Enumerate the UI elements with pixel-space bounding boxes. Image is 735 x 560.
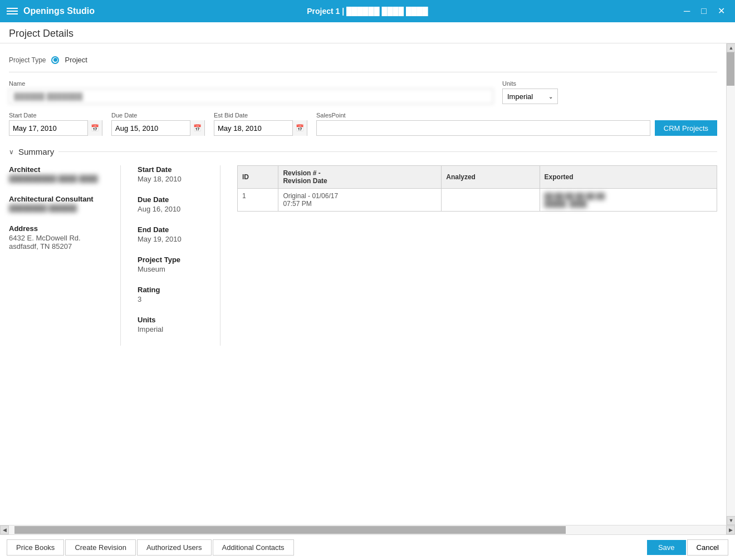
due-date-calendar-icon[interactable]: 📅 (190, 120, 204, 136)
vertical-scrollbar[interactable]: ▲ ▼ (726, 43, 735, 525)
sum-start-date-value: May 18, 2010 (138, 175, 203, 183)
units-select[interactable]: Imperial ⌄ (502, 89, 558, 104)
sum-rating-label: Rating (138, 286, 203, 294)
due-date-input[interactable] (112, 121, 190, 135)
summary-left-col: Architect ██████████ ████ ████ Architect… (9, 165, 120, 346)
arch-consultant-value: ████████ ██████ (9, 204, 104, 212)
salespoint-row: CRM Projects (316, 120, 717, 136)
chevron-down-icon: ⌄ (548, 94, 553, 100)
start-date-calendar-icon[interactable]: 📅 (87, 120, 102, 136)
salespoint-label: SalesPoint (316, 112, 717, 119)
address-line2: asdfasdf, TN 85207 (9, 242, 104, 250)
content-spacer (9, 346, 717, 401)
sum-end-date-value: May 19, 2010 (138, 235, 203, 243)
sum-units-value: Imperial (138, 325, 203, 333)
sum-units-item: Units Imperial (138, 316, 203, 333)
cancel-button[interactable]: Cancel (687, 539, 728, 556)
address-item: Address 6432 E. McDowell Rd. asdfasdf, T… (9, 224, 104, 250)
architect-value: ██████████ ████ ████ (9, 175, 104, 183)
architect-label: Architect (9, 165, 104, 174)
name-units-row: Name Units Imperial ⌄ (9, 80, 717, 104)
close-button[interactable]: ✕ (714, 7, 728, 16)
scroll-thumb[interactable] (727, 52, 734, 86)
content-wrapper: Project Type Project Name Units Imperial… (0, 43, 735, 525)
content-scroll[interactable]: Project Type Project Name Units Imperial… (0, 43, 726, 525)
scroll-down-button[interactable]: ▼ (727, 516, 735, 525)
sum-project-type-label: Project Type (138, 256, 203, 264)
units-label: Units (502, 80, 558, 87)
summary-right-col: ID Revision # -Revision Date Analyzed Ex… (220, 165, 717, 346)
scroll-up-button[interactable]: ▲ (727, 43, 735, 52)
row-analyzed (442, 189, 540, 212)
summary-title: Summary (18, 147, 54, 156)
price-books-button[interactable]: Price Books (7, 539, 64, 556)
sum-project-type-value: Museum (138, 265, 203, 273)
row-exported: ██/██/██ ██:██ ███████, ████ (540, 189, 717, 212)
project-type-row: Project Type Project (9, 49, 717, 72)
project-type-radio[interactable] (51, 56, 59, 64)
col-id: ID (238, 166, 278, 189)
scroll-h-thumb[interactable] (14, 526, 566, 534)
sum-end-date-label: End Date (138, 225, 203, 234)
col-revision: Revision # -Revision Date (278, 166, 442, 189)
name-input[interactable] (9, 89, 493, 104)
name-field: Name (9, 80, 493, 104)
due-date-field: Due Date 📅 (111, 112, 205, 136)
scroll-h-track[interactable] (9, 525, 726, 534)
est-bid-date-calendar-icon[interactable]: 📅 (292, 120, 307, 136)
arch-consultant-item: Architectural Consultant ████████ ██████ (9, 195, 104, 212)
date-row: Start Date 📅 Due Date 📅 Est Bid Date (9, 112, 717, 136)
scroll-track[interactable] (727, 52, 735, 516)
create-revision-button[interactable]: Create Revision (65, 539, 136, 556)
sum-rating-value: 3 (138, 295, 203, 303)
est-bid-date-input[interactable] (214, 121, 292, 135)
sum-end-date-item: End Date May 19, 2010 (138, 225, 203, 243)
summary-header: ∨ Summary (9, 147, 717, 156)
est-bid-date-field: Est Bid Date 📅 (214, 112, 307, 136)
title-bar: Openings Studio Project 1 | ██████ ████ … (0, 0, 735, 22)
sum-start-date-item: Start Date May 18, 2010 (138, 165, 203, 183)
col-exported: Exported (540, 166, 717, 189)
summary-divider (58, 151, 717, 152)
row-id: 1 (238, 189, 278, 212)
start-date-field: Start Date 📅 (9, 112, 102, 136)
scroll-left-button[interactable]: ◀ (0, 525, 9, 534)
project-type-label: Project Type (9, 56, 46, 64)
arch-consultant-label: Architectural Consultant (9, 195, 104, 203)
due-date-wrap: 📅 (111, 120, 205, 136)
architect-item: Architect ██████████ ████ ████ (9, 165, 104, 183)
due-date-label: Due Date (111, 112, 205, 119)
additional-contacts-button[interactable]: Additional Contacts (213, 539, 294, 556)
radio-inner (53, 58, 57, 62)
scroll-right-button[interactable]: ▶ (726, 525, 735, 534)
summary-chevron-icon[interactable]: ∨ (9, 148, 14, 156)
sum-start-date-label: Start Date (138, 165, 203, 174)
est-bid-date-wrap: 📅 (214, 120, 307, 136)
menu-icon[interactable] (7, 8, 18, 14)
row-revision-date: Original - 01/06/1707:57 PM (278, 189, 442, 212)
sum-due-date-value: Aug 16, 2010 (138, 205, 203, 213)
sum-project-type-item: Project Type Museum (138, 256, 203, 273)
summary-body: Architect ██████████ ████ ████ Architect… (9, 165, 717, 346)
address-label: Address (9, 224, 104, 233)
minimize-button[interactable]: ─ (680, 7, 693, 16)
col-analyzed: Analyzed (442, 166, 540, 189)
horizontal-scrollbar-bar: ◀ ▶ (0, 525, 735, 534)
sum-units-label: Units (138, 316, 203, 324)
page: Project Details Project Type Project Nam… (0, 22, 735, 560)
salespoint-field: SalesPoint CRM Projects (316, 112, 717, 136)
start-date-input[interactable] (9, 121, 87, 135)
crm-projects-button[interactable]: CRM Projects (655, 120, 717, 136)
save-button[interactable]: Save (647, 540, 686, 555)
authorized-users-button[interactable]: Authorized Users (137, 539, 212, 556)
units-field: Units Imperial ⌄ (502, 80, 558, 104)
window-controls: ─ □ ✕ (680, 7, 728, 16)
page-title: Project Details (0, 22, 735, 43)
salespoint-input[interactable] (316, 120, 650, 136)
sum-due-date-label: Due Date (138, 195, 203, 204)
summary-mid-col: Start Date May 18, 2010 Due Date Aug 16,… (120, 165, 220, 346)
maximize-button[interactable]: □ (698, 7, 710, 16)
sum-rating-item: Rating 3 (138, 286, 203, 303)
summary-section: ∨ Summary Architect ██████████ ████ ████… (9, 147, 717, 346)
est-bid-date-label: Est Bid Date (214, 112, 307, 119)
